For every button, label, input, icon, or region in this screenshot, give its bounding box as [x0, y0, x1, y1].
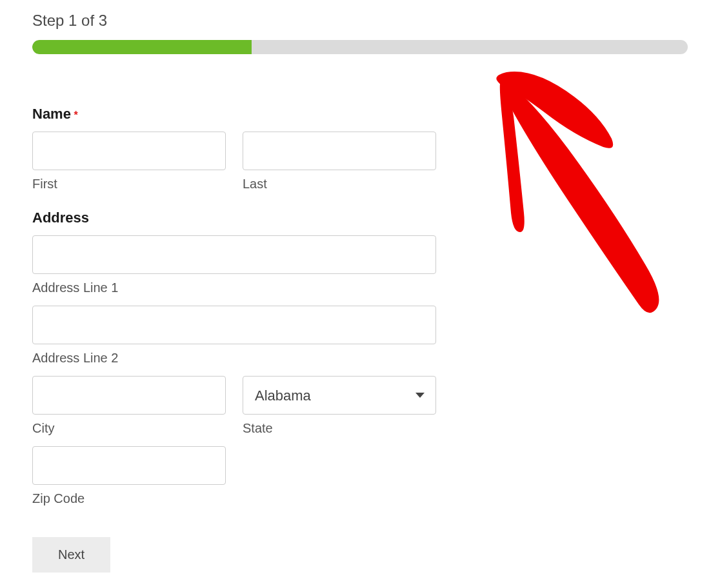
first-name-label: First	[32, 177, 226, 191]
next-button[interactable]: Next	[32, 537, 110, 573]
last-name-label: Last	[243, 177, 436, 191]
required-indicator: *	[74, 110, 77, 121]
progress-bar	[32, 40, 688, 54]
address-line-2-label: Address Line 2	[32, 351, 436, 366]
name-group: Name * First Last	[32, 106, 688, 191]
address-group-label: Address	[32, 210, 89, 226]
address-line-1-label: Address Line 1	[32, 280, 436, 295]
zip-input[interactable]	[32, 446, 226, 485]
state-select[interactable]: Alabama	[243, 376, 436, 415]
zip-label: Zip Code	[32, 491, 226, 506]
state-label: State	[243, 421, 436, 436]
address-group: Address Address Line 1 Address Line 2 Ci…	[32, 210, 688, 506]
name-group-label: Name	[32, 106, 71, 122]
address-line-2-input[interactable]	[32, 306, 436, 344]
city-label: City	[32, 421, 226, 436]
progress-fill	[32, 40, 252, 54]
last-name-input[interactable]	[243, 132, 436, 170]
address-line-1-input[interactable]	[32, 235, 436, 274]
first-name-input[interactable]	[32, 132, 226, 170]
city-input[interactable]	[32, 376, 226, 415]
step-indicator: Step 1 of 3	[32, 12, 688, 30]
